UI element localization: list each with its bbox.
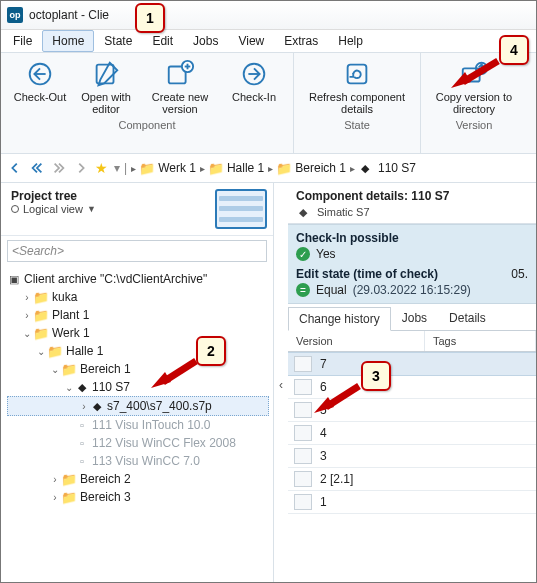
tab-change-history[interactable]: Change history xyxy=(288,307,391,331)
project-tree-view-selector[interactable]: Logical view ▼ xyxy=(11,203,215,215)
menu-extras[interactable]: Extras xyxy=(274,30,328,52)
folder-icon: 📁 xyxy=(33,308,49,323)
folder-icon: 📁 xyxy=(33,326,49,341)
search-box[interactable] xyxy=(7,240,267,262)
breadcrumb-bereich1[interactable]: ▸📁Bereich 1 xyxy=(266,161,348,176)
folder-icon: 📁 xyxy=(61,490,77,505)
tree-root[interactable]: ▣ Client archive "C:\vdClientArchive" xyxy=(7,270,269,288)
tree-node[interactable]: ›📁kuka xyxy=(7,288,269,306)
expand-icon[interactable]: › xyxy=(21,310,33,321)
component-type-icon: ◆ xyxy=(296,205,310,219)
menu-file[interactable]: File xyxy=(3,30,42,52)
item-icon: ▫ xyxy=(75,436,89,450)
file-icon: ◆ xyxy=(90,399,104,413)
callout-3-arrow xyxy=(314,383,364,420)
version-thumb-icon xyxy=(294,448,312,464)
archive-icon: ▣ xyxy=(7,272,21,286)
tree-node-label: Bereich 1 xyxy=(80,362,131,376)
callout-2-arrow xyxy=(151,358,201,395)
version-grid[interactable]: 765432 [2.1]1 xyxy=(288,352,536,514)
callout-2: 2 xyxy=(196,336,226,366)
nav-back2-button[interactable] xyxy=(27,158,47,178)
component-type-label: Simatic S7 xyxy=(317,206,370,218)
search-input[interactable] xyxy=(7,240,267,262)
favorite-star-icon[interactable]: ★ xyxy=(95,160,108,176)
tree-node[interactable]: ›📁Bereich 2 xyxy=(7,470,269,488)
version-thumb-icon xyxy=(294,356,312,372)
expand-icon[interactable]: › xyxy=(49,474,61,485)
server-icon[interactable] xyxy=(215,189,267,229)
folder-icon: 📁 xyxy=(61,362,77,377)
tree-node[interactable]: ⌄📁Werk 1 xyxy=(7,324,269,342)
version-row[interactable]: 3 xyxy=(288,445,536,468)
version-row[interactable]: 7 xyxy=(288,352,536,376)
svg-rect-9 xyxy=(348,65,367,84)
menu-view[interactable]: View xyxy=(228,30,274,52)
tree-node[interactable]: ▫113 Visu WinCC 7.0 xyxy=(7,452,269,470)
col-tags[interactable]: Tags xyxy=(425,331,536,351)
menu-jobs[interactable]: Jobs xyxy=(183,30,228,52)
tree-node-label: kuka xyxy=(52,290,77,304)
expand-icon[interactable]: › xyxy=(49,492,61,503)
tree-node-label: Halle 1 xyxy=(66,344,103,358)
ribbon-group-component: Check-Out Open with editor Create new ve… xyxy=(1,53,294,153)
menu-bar: File Home State Edit Jobs View Extras He… xyxy=(1,30,536,52)
app-window: op octoplant - Clie File Home State Edit… xyxy=(0,0,537,583)
collapse-icon[interactable]: ⌄ xyxy=(21,328,33,339)
check-out-button[interactable]: Check-Out xyxy=(7,57,73,117)
version-row[interactable]: 4 xyxy=(288,422,536,445)
breadcrumb-halle1[interactable]: ▸📁Halle 1 xyxy=(198,161,266,176)
svg-marker-15 xyxy=(314,397,334,413)
component-icon: ◆ xyxy=(358,161,372,175)
menu-state[interactable]: State xyxy=(94,30,142,52)
ribbon-group-state: Refresh component details State xyxy=(294,53,421,153)
nav-fwd2-button[interactable] xyxy=(49,158,69,178)
breadcrumb-bar: ★ ▾ | ▸📁Werk 1 ▸📁Halle 1 ▸📁Bereich 1 ▸◆1… xyxy=(1,154,536,183)
collapse-icon[interactable]: ⌄ xyxy=(35,346,47,357)
tree-node[interactable]: ›◆s7_400\s7_400.s7p xyxy=(7,396,269,416)
menu-home[interactable]: Home xyxy=(42,30,94,52)
tree-node[interactable]: ▫111 Visu InTouch 10.0 xyxy=(7,416,269,434)
project-tree[interactable]: ▣ Client archive "C:\vdClientArchive" ›📁… xyxy=(1,266,273,583)
refresh-component-details-button[interactable]: Refresh component details xyxy=(300,57,414,117)
tree-node[interactable]: ›📁Plant 1 xyxy=(7,306,269,324)
version-row[interactable]: 1 xyxy=(288,491,536,514)
folder-icon: 📁 xyxy=(139,161,155,176)
separator: ▾ xyxy=(114,161,120,175)
tree-node-label: s7_400\s7_400.s7p xyxy=(107,399,212,413)
version-row[interactable]: 2 [2.1] xyxy=(288,468,536,491)
open-with-editor-button[interactable]: Open with editor xyxy=(73,57,139,117)
project-tree-title: Project tree xyxy=(11,189,215,203)
tree-node[interactable]: ⌄📁Halle 1 xyxy=(7,342,269,360)
tab-jobs[interactable]: Jobs xyxy=(391,306,438,330)
tree-node[interactable]: ›📁Bereich 3 xyxy=(7,488,269,506)
component-details-title: Component details: 110 S7 xyxy=(296,189,528,203)
tree-node[interactable]: ▫112 Visu WinCC Flex 2008 xyxy=(7,434,269,452)
ribbon-group-component-caption: Component xyxy=(119,119,176,131)
check-out-label: Check-Out xyxy=(14,91,67,103)
tree-node[interactable]: ⌄📁Bereich 1 xyxy=(7,360,269,378)
breadcrumb-110s7[interactable]: ▸◆110 S7 xyxy=(348,161,418,175)
collapse-icon[interactable]: ⌄ xyxy=(49,364,61,375)
nav-fwd-button[interactable] xyxy=(71,158,91,178)
expand-icon[interactable]: › xyxy=(21,292,33,303)
tree-node[interactable]: ⌄◆110 S7 xyxy=(7,378,269,396)
folder-icon: 📁 xyxy=(61,472,77,487)
menu-edit[interactable]: Edit xyxy=(142,30,183,52)
window-title: octoplant - Clie xyxy=(29,8,109,22)
create-new-version-button[interactable]: Create new version xyxy=(139,57,221,117)
check-in-button[interactable]: Check-In xyxy=(221,57,287,117)
tab-details[interactable]: Details xyxy=(438,306,497,330)
item-icon: ▫ xyxy=(75,418,89,432)
nav-back-button[interactable] xyxy=(5,158,25,178)
tree-node-label: Bereich 2 xyxy=(80,472,131,486)
dot-icon xyxy=(11,205,19,213)
splitter-handle[interactable]: ‹ xyxy=(274,183,288,583)
menu-help[interactable]: Help xyxy=(328,30,373,52)
refresh-component-details-label: Refresh component details xyxy=(302,91,412,115)
collapse-icon[interactable]: ⌄ xyxy=(63,382,75,393)
col-version[interactable]: Version xyxy=(288,331,425,351)
callout-4: 4 xyxy=(499,35,529,65)
expand-icon[interactable]: › xyxy=(78,401,90,412)
breadcrumb-werk1[interactable]: ▸📁Werk 1 xyxy=(129,161,198,176)
